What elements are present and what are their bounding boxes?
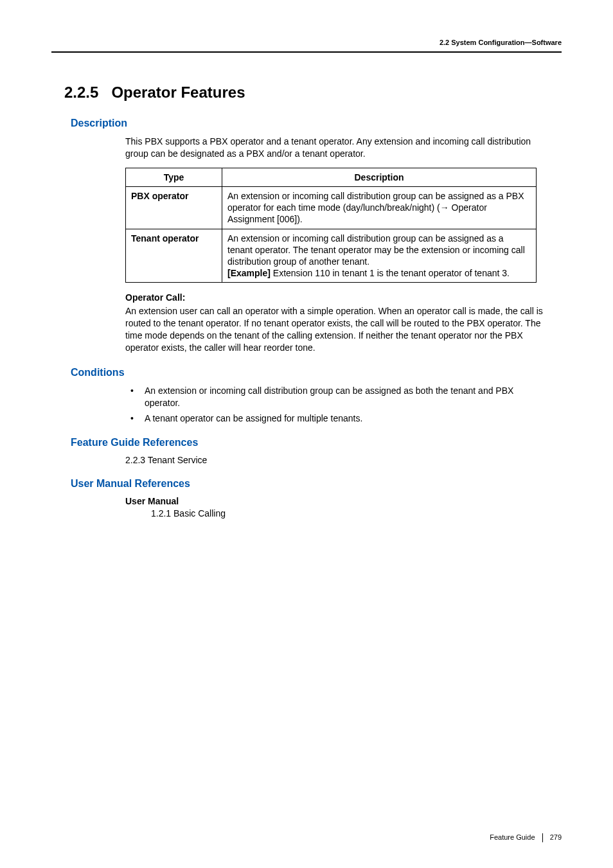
feature-guide-ref: 2.2.3 Tenant Service xyxy=(125,455,562,465)
operator-call-text: An extension user can call an operator w… xyxy=(125,306,543,353)
user-manual-ref: 1.2.1 Basic Calling xyxy=(151,508,562,518)
operator-type-table: Type Description PBX operator An extensi… xyxy=(125,168,537,283)
list-item: A tenant operator can be assigned for mu… xyxy=(125,412,542,425)
row-desc-pbx: An extension or incoming call distributi… xyxy=(222,186,537,229)
footer-page-number: 279 xyxy=(550,833,562,841)
conditions-list: An extension or incoming call distributi… xyxy=(125,385,542,425)
footer-guide: Feature Guide xyxy=(490,833,535,841)
footer-divider xyxy=(542,833,543,842)
example-label: [Example] xyxy=(227,268,271,278)
description-intro: This PBX supports a PBX operator and a t… xyxy=(125,136,549,160)
user-manual-sublabel: User Manual xyxy=(125,496,562,506)
table-head-description: Description xyxy=(222,168,537,186)
conditions-heading: Conditions xyxy=(71,367,562,378)
header-rule xyxy=(51,51,562,53)
table-row: PBX operator An extension or incoming ca… xyxy=(126,186,537,229)
section-number: 2.2.5 xyxy=(64,84,98,101)
section-title: Operator Features xyxy=(111,84,245,101)
header-breadcrumb: 2.2 System Configuration—Software xyxy=(440,39,562,46)
description-heading: Description xyxy=(71,118,562,129)
row-desc-line1: An extension or incoming call distributi… xyxy=(227,233,525,267)
arrow-icon: → xyxy=(440,202,449,213)
feature-guide-heading: Feature Guide References xyxy=(71,437,562,448)
row-type-pbx: PBX operator xyxy=(126,186,222,229)
table-row: Tenant operator An extension or incoming… xyxy=(126,229,537,283)
user-manual-heading: User Manual References xyxy=(71,478,562,490)
row-type-tenant: Tenant operator xyxy=(126,229,222,283)
example-text: Extension 110 in tenant 1 is the tenant … xyxy=(271,268,510,278)
list-item: An extension or incoming call distributi… xyxy=(125,385,542,409)
operator-call-block: Operator Call: An extension user can cal… xyxy=(125,292,549,353)
section-heading: 2.2.5 Operator Features xyxy=(64,84,562,102)
operator-call-label: Operator Call: xyxy=(125,292,549,304)
row-desc-tenant: An extension or incoming call distributi… xyxy=(222,229,537,283)
page-footer: Feature Guide 279 xyxy=(490,833,562,842)
table-head-type: Type xyxy=(126,168,222,186)
